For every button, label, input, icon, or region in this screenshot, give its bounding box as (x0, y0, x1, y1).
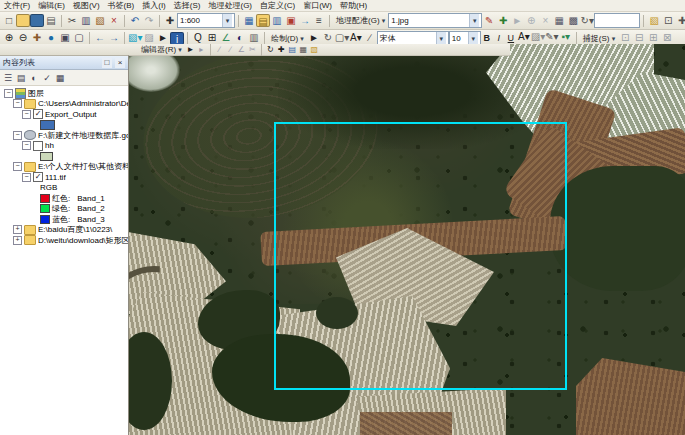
collapse-icon[interactable]: − (13, 131, 22, 140)
add-control-points-icon[interactable]: ✚ (496, 14, 510, 28)
zoom-out-icon[interactable]: ⊖ (16, 31, 30, 45)
toc-tree-item[interactable]: 红色:Band_1 (0, 193, 128, 204)
toc-window-icon[interactable]: ▦ (242, 14, 256, 28)
create-features-window-icon[interactable]: ▧ (309, 45, 320, 55)
menu-customize[interactable]: 自定义(C) (256, 0, 299, 11)
menu-help[interactable]: 帮助(H) (336, 0, 371, 11)
italic-button[interactable]: I (493, 33, 505, 43)
bold-button[interactable]: B (481, 33, 493, 43)
toc-tree-item[interactable]: −E:\个人文件打包\其他资料\百度\ssss (0, 162, 128, 173)
new-document-icon[interactable]: □ (2, 14, 16, 28)
underline-button[interactable]: U (505, 33, 517, 43)
toc-tree-item[interactable]: +D:\weitu\download\矩形区域\Level (0, 235, 128, 246)
rotate-tool-icon[interactable]: ↻ (265, 45, 276, 55)
fit-to-display-icon[interactable]: ⊡ (661, 14, 675, 28)
selection-rectangle[interactable] (274, 122, 567, 390)
text-tool-icon[interactable]: A▾ (349, 31, 363, 45)
edit-annotation-icon[interactable]: ▸ (196, 45, 207, 55)
cut-icon[interactable]: ✂ (65, 14, 79, 28)
paste-icon[interactable]: ▧ (93, 14, 107, 28)
layer-checkbox-checked[interactable]: ✓ (33, 109, 43, 119)
list-by-visibility-icon[interactable]: ◐ (28, 72, 40, 84)
list-by-source-icon[interactable]: ▤ (15, 72, 27, 84)
split-tool-icon[interactable]: ✂ (247, 45, 258, 55)
select-features-icon[interactable]: ▧▾ (128, 31, 142, 45)
reshape-feature-icon[interactable]: ∕ (225, 45, 236, 55)
copy-icon[interactable]: ▥ (79, 14, 93, 28)
expand-icon[interactable]: + (13, 225, 22, 234)
toc-tree-item[interactable]: −C:\Users\Administrator\Desktop\u (0, 99, 128, 110)
python-window-icon[interactable]: ≡ (312, 14, 326, 28)
georeferencing-layer-combo[interactable]: 1.jpg ▾ (388, 13, 482, 28)
list-by-selection-icon[interactable]: ✓ (41, 72, 53, 84)
rotate-element-icon[interactable]: ↻ (321, 31, 335, 45)
toc-tree-item[interactable]: −F:\新建文件地理数据库.gdb (0, 130, 128, 141)
dropdown-arrow-icon[interactable]: ▾ (469, 14, 479, 27)
editor-menu[interactable]: 编辑器(R) ▾ (138, 44, 185, 55)
redo-icon[interactable]: ↷ (142, 14, 156, 28)
toc-tree-item[interactable] (0, 120, 128, 131)
dropdown-arrow-icon[interactable]: ▾ (468, 32, 478, 45)
collapse-icon[interactable]: − (22, 141, 31, 150)
zoom-in-icon[interactable]: ⊕ (2, 31, 16, 45)
dropdown-arrow-icon[interactable]: ▾ (222, 14, 232, 27)
vertex-snapping-icon[interactable]: ⊞ (646, 31, 660, 45)
pan-icon[interactable]: ✚ (30, 31, 44, 45)
point-snapping-icon[interactable]: ⊡ (618, 31, 632, 45)
zoom-to-link-icon[interactable]: ⊕ (524, 14, 538, 28)
image-analysis-icon[interactable]: ▩ (566, 14, 580, 28)
toc-float-button[interactable]: □ (102, 58, 112, 68)
snapping-menu[interactable]: 捕捉(S) ▾ (580, 33, 618, 44)
select-elements-icon[interactable]: ► (156, 31, 170, 45)
menu-selection[interactable]: 选择(S) (170, 0, 205, 11)
back-extent-icon[interactable]: ← (93, 31, 107, 45)
full-extent-icon[interactable]: ● (44, 31, 58, 45)
collapse-icon[interactable]: − (13, 162, 22, 171)
identify-icon[interactable]: i (170, 32, 184, 45)
rotate-dropdown-icon[interactable]: ↻▾ (580, 14, 594, 28)
forward-extent-icon[interactable]: → (107, 31, 121, 45)
delete-icon[interactable]: × (107, 14, 121, 28)
layer-checkbox-checked[interactable]: ✓ (33, 172, 43, 182)
georeferencing-menu[interactable]: 地理配准(G) ▾ (333, 15, 388, 26)
pencil-icon[interactable]: ✎ (482, 14, 496, 28)
delete-link-icon[interactable]: × (538, 14, 552, 28)
menu-geoprocessing[interactable]: 地理处理(G) (204, 0, 256, 11)
sketch-properties-icon[interactable]: ▦ (298, 45, 309, 55)
attributes-icon[interactable]: ▤ (287, 45, 298, 55)
toc-tree-item[interactable]: RGB (0, 183, 128, 194)
toc-tree-item[interactable]: −hh (0, 141, 128, 152)
undo-icon[interactable]: ↶ (128, 14, 142, 28)
menu-view[interactable]: 视图(V) (69, 0, 104, 11)
options-icon[interactable]: ▦ (54, 72, 66, 84)
move-raster-icon[interactable]: ✚ (675, 14, 685, 28)
toc-tree-item[interactable]: −图层 (0, 88, 128, 99)
edit-vertices-icon[interactable]: ∕ (363, 31, 377, 45)
expand-icon[interactable]: + (13, 236, 22, 245)
arctoolbox-icon[interactable]: ▣ (284, 14, 298, 28)
fixed-zoom-in-icon[interactable]: ▣ (58, 31, 72, 45)
cut-polygons-icon[interactable]: ∠ (236, 45, 247, 55)
toc-tree-item[interactable]: +E:\baidu百度\1\0223\ (0, 225, 128, 236)
move-tool-icon[interactable]: ✚ (276, 45, 287, 55)
menu-windows[interactable]: 窗口(W) (299, 0, 336, 11)
fixed-zoom-out-icon[interactable]: ▢ (72, 31, 86, 45)
auto-adjust-icon[interactable]: ▧ (647, 14, 661, 28)
clear-selection-icon[interactable]: ▨ (142, 31, 156, 45)
create-features-icon[interactable]: ∕ (214, 45, 225, 55)
catalog-window-icon[interactable]: ▤ (256, 14, 270, 27)
shape-tool-icon[interactable]: ▢▾ (335, 31, 349, 45)
select-link-icon[interactable]: ► (510, 14, 524, 28)
toc-tree-item[interactable]: 蓝色:Band_3 (0, 214, 128, 225)
collapse-icon[interactable]: − (22, 173, 31, 182)
edge-snapping-icon[interactable]: ⊠ (660, 31, 674, 45)
rotation-input[interactable] (594, 13, 640, 28)
draw-menu[interactable]: 绘制(D) ▾ (268, 33, 307, 44)
menu-file[interactable]: 文件(F) (0, 0, 34, 11)
end-snapping-icon[interactable]: ⊟ (632, 31, 646, 45)
toc-tree-item[interactable]: 绿色:Band_2 (0, 204, 128, 215)
menu-edit[interactable]: 编辑(E) (34, 0, 69, 11)
collapse-icon[interactable]: − (4, 89, 13, 98)
layer-checkbox-unchecked[interactable] (33, 141, 43, 151)
map-scale-combo[interactable]: 1:600 ▾ (177, 13, 235, 28)
